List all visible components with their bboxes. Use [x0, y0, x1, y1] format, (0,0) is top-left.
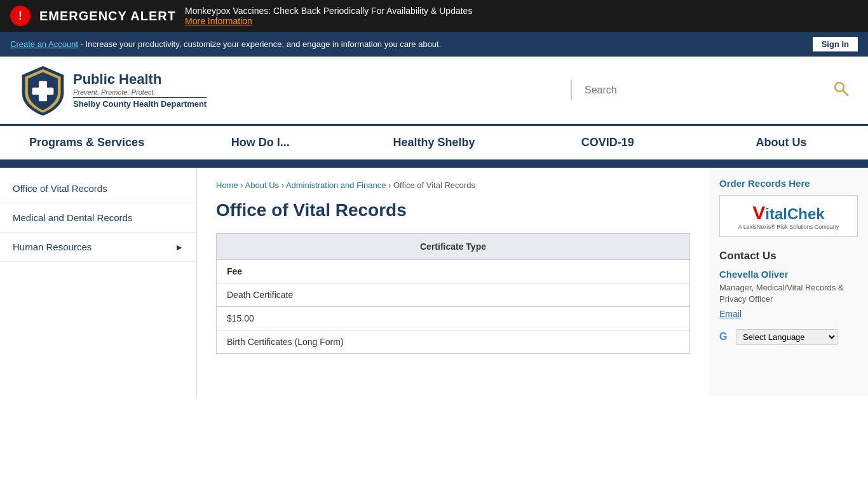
- nav-item-programs[interactable]: Programs & Services: [0, 126, 173, 159]
- header: Public Health Prevent. Promote. Protect.…: [0, 57, 868, 124]
- logo-area[interactable]: Public Health Prevent. Promote. Protect.…: [19, 63, 207, 117]
- nav-item-covid[interactable]: COVID-19: [521, 126, 695, 159]
- nav-item-about[interactable]: About Us: [695, 126, 868, 159]
- vitalchek-box[interactable]: VitalChek A LexisNexis® Risk Solutions C…: [719, 195, 858, 237]
- vitalchek-v-letter: V: [752, 202, 765, 223]
- nav-bar: Programs & Services How Do I... Healthy …: [0, 124, 868, 161]
- language-select[interactable]: Select Language: [736, 329, 837, 345]
- contact-role: Manager, Medical/Vital Records & Privacy…: [719, 282, 858, 305]
- nav-item-healthy[interactable]: Healthy Shelby: [347, 126, 520, 159]
- search-area: [571, 80, 849, 100]
- table-row-birth-cert: Birth Certificates (Long Form): [217, 330, 690, 354]
- order-records-title[interactable]: Order Records Here: [719, 178, 858, 189]
- google-translate-icon: G: [719, 331, 732, 344]
- nav-item-howdoi[interactable]: How Do I...: [173, 126, 347, 159]
- death-cert-fee: $15.00: [217, 307, 690, 330]
- emergency-more-info-link[interactable]: More Information: [185, 16, 472, 26]
- table-row-death-cert: Death Certificate: [217, 283, 690, 307]
- emergency-icon: !: [10, 6, 31, 26]
- sidebar-item-human-resources[interactable]: Human Resources ►: [0, 233, 196, 262]
- contact-us-title: Contact Us: [719, 250, 858, 262]
- vitalchek-name: italChek: [765, 205, 824, 222]
- page-title: Office of Vital Records: [216, 200, 690, 220]
- sidebar-item-vital-records[interactable]: Office of Vital Records: [0, 174, 196, 203]
- account-bar-text: Create an Account - Increase your produc…: [10, 39, 441, 49]
- table-row-death-cert-fee: $15.00: [217, 307, 690, 330]
- main-content: Home › About Us › Administration and Fin…: [197, 168, 709, 396]
- page-layout: Office of Vital Records Medical and Dent…: [0, 168, 868, 396]
- logo-title: Public Health: [73, 71, 207, 88]
- breadcrumb-current: Office of Vital Records: [393, 180, 475, 190]
- vitalchek-logo: VitalChek: [738, 202, 839, 224]
- blue-separator-bar: [0, 161, 868, 168]
- logo-subtitle: Prevent. Promote. Protect.: [73, 88, 207, 96]
- emergency-title: EMERGENCY ALERT: [39, 9, 176, 24]
- table-row-fee: Fee: [217, 260, 690, 283]
- account-bar-desc: - Increase your productivity, customize …: [81, 39, 442, 49]
- create-account-link[interactable]: Create an Account: [10, 39, 78, 49]
- emergency-alert-bar: ! EMERGENCY ALERT Monkeypox Vaccines: Ch…: [0, 0, 868, 32]
- fee-label: Fee: [217, 260, 690, 283]
- svg-rect-1: [32, 88, 54, 95]
- table-header-cert-type: Certificate Type: [217, 234, 690, 260]
- birth-cert-label: Birth Certificates (Long Form): [217, 330, 690, 354]
- certificate-table: Certificate Type Fee Death Certificate $…: [216, 233, 690, 354]
- shield-logo-icon: [19, 63, 67, 117]
- vitalchek-sub: A LexisNexis® Risk Solutions Company: [738, 224, 839, 230]
- google-translate-area: G Select Language: [719, 329, 858, 345]
- emergency-headline: Monkeypox Vaccines: Check Back Periodica…: [185, 6, 472, 16]
- nav-inner: Programs & Services How Do I... Healthy …: [0, 126, 868, 159]
- search-input[interactable]: [585, 85, 826, 96]
- breadcrumb-admin[interactable]: Administration and Finance: [286, 180, 386, 190]
- right-panel: Order Records Here VitalChek A LexisNexi…: [709, 168, 868, 396]
- breadcrumb-home[interactable]: Home: [216, 180, 238, 190]
- search-icon-button[interactable]: [832, 80, 849, 100]
- contact-name[interactable]: Chevella Oliver: [719, 269, 858, 280]
- emergency-content: Monkeypox Vaccines: Check Back Periodica…: [185, 6, 472, 26]
- account-bar: Create an Account - Increase your produc…: [0, 32, 868, 57]
- sidebar-item-label: Human Resources: [13, 241, 92, 252]
- logo-text: Public Health Prevent. Promote. Protect.…: [73, 71, 207, 108]
- breadcrumb-about[interactable]: About Us: [245, 180, 279, 190]
- contact-email-link[interactable]: Email: [719, 309, 742, 319]
- sidebar: Office of Vital Records Medical and Dent…: [0, 168, 197, 396]
- chevron-right-icon: ►: [175, 242, 184, 252]
- svg-line-3: [843, 90, 848, 95]
- sign-in-button[interactable]: Sign In: [813, 37, 858, 51]
- sidebar-item-label: Office of Vital Records: [13, 183, 107, 194]
- breadcrumb: Home › About Us › Administration and Fin…: [216, 180, 690, 190]
- sidebar-item-label: Medical and Dental Records: [13, 212, 132, 223]
- death-cert-label: Death Certificate: [217, 283, 690, 307]
- sidebar-item-medical-dental[interactable]: Medical and Dental Records: [0, 203, 196, 233]
- logo-dept: Shelby County Health Department: [73, 97, 207, 109]
- search-icon: [832, 80, 849, 97]
